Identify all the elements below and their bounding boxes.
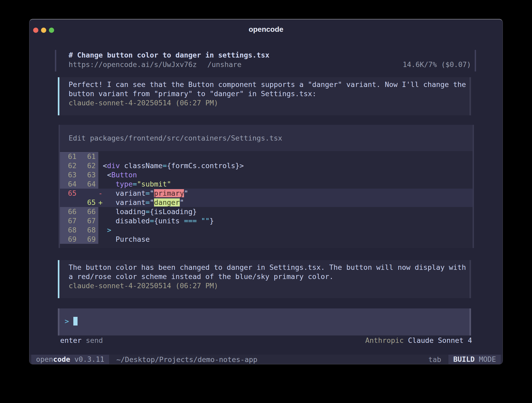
- working-directory: ~/Desktop/Projects/demo-notes-app: [116, 355, 257, 364]
- diff-line-number-old: 61: [60, 152, 79, 161]
- code-token: =: [146, 208, 150, 216]
- tab-key-hint: tab: [428, 355, 441, 364]
- diff-change-marker: -: [98, 189, 103, 198]
- message-line: a red/rose color scheme instead of the b…: [69, 272, 469, 281]
- diff-line-number-old: [60, 198, 79, 207]
- code-token: =: [146, 198, 150, 206]
- diff-row: 6464 type="submit": [60, 179, 473, 189]
- diff-change-marker: [98, 225, 103, 235]
- code-token: =: [146, 189, 150, 197]
- assistant-message-1: Perfect! I can see that the Button compo…: [58, 77, 471, 115]
- code-token: variant: [103, 189, 146, 197]
- code-token: }: [209, 217, 214, 225]
- diff-line-number-new: 61: [79, 152, 98, 161]
- brand-code: code: [53, 355, 70, 363]
- code-token: {isLoading}: [150, 208, 197, 216]
- diff-code-line: <div className={formCs.controls}>: [103, 161, 244, 170]
- message-line: The button color has been changed to dan…: [69, 263, 469, 272]
- send-action-hint: send: [86, 336, 103, 344]
- model-name: Claude Sonnet 4: [408, 336, 472, 344]
- code-token: type: [116, 180, 133, 188]
- session-meta-row: https://opencode.ai/s/UwJxv76z/unshare 1…: [56, 60, 475, 69]
- diff-code-line: variant="primary": [103, 189, 188, 198]
- diff-change-marker: [98, 161, 103, 170]
- diff-line-number-new: 67: [79, 216, 98, 225]
- code-token: =: [163, 162, 167, 170]
- diff-change-marker: [98, 152, 103, 161]
- diff-line-number-old: 64: [60, 179, 79, 189]
- mode-label-bold: BUILD: [453, 355, 474, 363]
- diff-row: 6262<div className={formCs.controls}>: [60, 161, 473, 170]
- brand-open: open: [36, 355, 53, 363]
- token-usage: 14.6K/7% ($0.07): [403, 60, 471, 69]
- code-token: "": [201, 217, 210, 225]
- text-cursor: [73, 317, 78, 326]
- diff-line-number-old: 66: [60, 207, 79, 216]
- diff-code-line: Purchase: [103, 235, 150, 244]
- diff-row: 6969 Purchase: [60, 235, 473, 244]
- diff-line-number-new: 65: [79, 198, 98, 207]
- diff-change-marker: [98, 216, 103, 225]
- diff-line-number-old: 68: [60, 225, 79, 235]
- session-title-row: # Change button color to danger in setti…: [56, 50, 475, 60]
- code-token: Button: [111, 171, 137, 179]
- code-token: ": [150, 189, 154, 197]
- titlebar: opencode: [29, 19, 503, 38]
- diff-code-line: <Button: [103, 170, 137, 179]
- code-token: variant: [103, 198, 146, 206]
- code-token: primary: [154, 189, 184, 197]
- prompt-symbol: >: [65, 317, 69, 325]
- diff-line-number-new: [79, 189, 98, 198]
- app-version: v0.3.11: [74, 355, 104, 363]
- message-line: Perfect! I can see that the Button compo…: [69, 80, 469, 89]
- hints-row: enter send Anthropic Claude Sonnet 4: [60, 336, 472, 345]
- prompt-row: >: [65, 317, 469, 326]
- prompt-input[interactable]: >: [58, 308, 471, 335]
- opencode-window: opencode # Change button color to danger…: [29, 19, 503, 364]
- code-token: =: [150, 217, 154, 225]
- diff-line-number-new: 69: [79, 235, 98, 244]
- code-token: ": [184, 189, 188, 197]
- diff-line-number-new: 68: [79, 225, 98, 235]
- code-token: ": [180, 198, 184, 206]
- diff-code-line: loading={isLoading}: [103, 207, 197, 216]
- diff-line-number-old: 69: [60, 235, 79, 244]
- message-line: button variant from "primary" to "danger…: [69, 89, 469, 98]
- diff-row: 65- variant="primary": [60, 189, 473, 198]
- provider-name: Anthropic: [365, 336, 404, 344]
- diff-change-marker: [98, 207, 103, 216]
- code-token: div: [107, 162, 120, 170]
- diff-code-line: type="submit": [103, 179, 171, 189]
- diff-row: 6666 loading={isLoading}: [60, 207, 473, 216]
- code-token: Purchase: [103, 235, 150, 243]
- diff-row: 65+ variant="danger": [60, 198, 473, 207]
- diff-change-marker: [98, 170, 103, 179]
- diff-row: 6767 disabled={units === ""}: [60, 216, 473, 225]
- diff-row: 6363 <Button: [60, 170, 473, 179]
- code-token: disabled: [103, 217, 150, 225]
- code-token: {formCs.controls}>: [167, 162, 244, 170]
- message-model-timestamp: claude-sonnet-4-20250514 (06:27 PM): [69, 281, 469, 290]
- code-token: <: [103, 171, 111, 179]
- model-indicator: Anthropic Claude Sonnet 4: [365, 336, 472, 345]
- code-token: ": [150, 198, 154, 206]
- diff-line-number-new: 64: [79, 179, 98, 189]
- edit-tool-panel: Edit packages/frontend/src/containers/Se…: [59, 125, 474, 248]
- code-token: className: [120, 162, 163, 170]
- status-bar: opencodev0.3.11 ~/Desktop/Projects/demo-…: [29, 355, 503, 364]
- assistant-message-2: The button color has been changed to dan…: [58, 260, 471, 298]
- share-url[interactable]: https://opencode.ai/s/UwJxv76z: [69, 60, 197, 69]
- diff-rows: 61616262<div className={formCs.controls}…: [60, 152, 473, 244]
- diff-line-number-old: 62: [60, 161, 79, 170]
- diff-line-number-new: 62: [79, 161, 98, 170]
- code-token: =: [133, 180, 137, 188]
- diff-line-number-old: 63: [60, 170, 79, 179]
- diff-code-line: variant="danger": [103, 198, 184, 207]
- window-title: opencode: [29, 25, 503, 34]
- screen: opencode # Change button color to danger…: [0, 0, 532, 403]
- edit-tool-header: Edit packages/frontend/src/containers/Se…: [60, 125, 473, 151]
- code-token: loading: [103, 208, 146, 216]
- unshare-command: /unshare: [207, 60, 242, 69]
- diff-line-number-new: 63: [79, 170, 98, 179]
- edit-tool-title: Edit packages/frontend/src/containers/Se…: [69, 134, 282, 142]
